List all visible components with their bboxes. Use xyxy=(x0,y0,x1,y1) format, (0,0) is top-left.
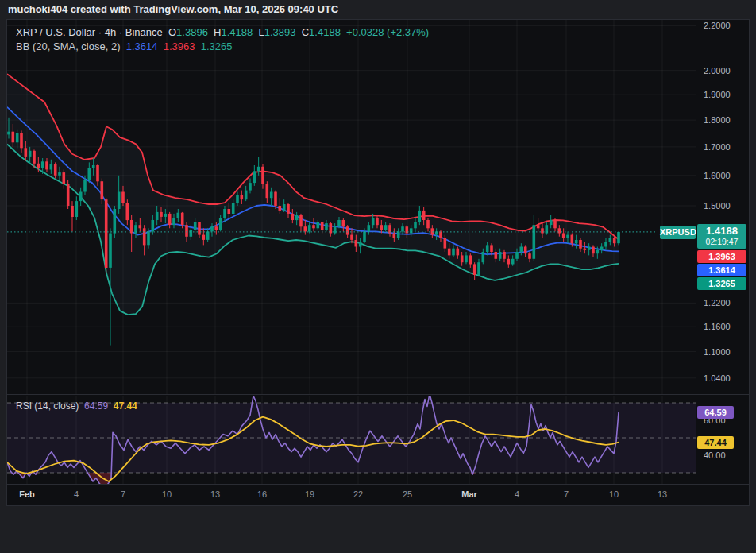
time-axis-label: 13 xyxy=(658,485,667,505)
pane-separator[interactable] xyxy=(7,394,749,395)
ohlc-low-label: L xyxy=(258,26,264,38)
time-axis-label: 10 xyxy=(162,485,172,505)
price-chart-canvas[interactable] xyxy=(7,20,696,394)
current-price-badge[interactable]: 1.4188 02:19:47 xyxy=(697,224,746,249)
attribution-text: muchoki404 created with TradingView.com,… xyxy=(8,0,338,19)
time-axis-label: 16 xyxy=(257,485,267,505)
time-axis-label: 25 xyxy=(403,485,412,505)
bb-lower-value: 1.3265 xyxy=(201,41,233,52)
time-axis[interactable]: Feb47101316192225Mar471013 xyxy=(7,484,749,505)
time-axis-label: 7 xyxy=(564,485,569,505)
ohlc-open-value: 1.3896 xyxy=(176,26,208,38)
ohlc-high-value: 1.4188 xyxy=(221,26,253,38)
ohlc-close-label: C xyxy=(302,26,309,38)
rsi-ma-badge[interactable]: 47.44 xyxy=(697,436,734,449)
bb-basis-value: 1.3614 xyxy=(126,41,158,52)
time-axis-label: Mar xyxy=(461,485,477,505)
bb-title[interactable]: BB (20, SMA, close, 2) xyxy=(16,41,121,52)
time-axis-label: 22 xyxy=(353,485,363,505)
ohlc-low-value: 1.3893 xyxy=(264,26,296,38)
bb-upper-value: 1.3963 xyxy=(164,41,195,52)
ohlc-open-label: O xyxy=(168,26,176,38)
symbol-title[interactable]: XRP / U.S. Dollar · 4h · Binance xyxy=(16,26,163,38)
time-axis-label: 4 xyxy=(74,485,79,505)
current-price-value: 1.4188 xyxy=(697,225,746,237)
time-axis-label: 19 xyxy=(305,485,314,505)
chart-frame: XRP / U.S. Dollar · 4h · Binance O1.3896… xyxy=(6,19,750,506)
time-axis-label: 13 xyxy=(210,485,220,505)
rsi-legend: RSI (14, close) 64.59 47.44 xyxy=(16,400,137,412)
time-axis-label: 4 xyxy=(515,485,519,505)
footer: TradingView xyxy=(0,506,756,553)
tradingview-snapshot: muchoki404 created with TradingView.com,… xyxy=(0,0,756,553)
bb-legend: BB (20, SMA, close, 2) 1.3614 1.3963 1.3… xyxy=(16,41,233,52)
ohlc-close-value: 1.4188 xyxy=(309,26,341,38)
bb-upper-badge[interactable]: 1.3963 xyxy=(697,250,746,263)
rsi-value: 64.59 xyxy=(84,400,108,412)
rsi-title[interactable]: RSI (14, close) xyxy=(16,400,79,412)
symbol-price-label-badge[interactable]: XRPUSD xyxy=(660,226,696,239)
time-axis-label: 10 xyxy=(609,485,619,505)
rsi-ma-value: 47.44 xyxy=(114,400,137,412)
bar-countdown: 02:19:47 xyxy=(697,237,746,247)
bb-lower-badge[interactable]: 1.3265 xyxy=(697,277,746,290)
symbol-legend: XRP / U.S. Dollar · 4h · Binance O1.3896… xyxy=(16,26,429,38)
rsi-axis-label: 40.00 xyxy=(704,449,726,462)
change-value: +0.0328 (+2.37%) xyxy=(346,26,429,38)
time-axis-label: 7 xyxy=(121,485,125,505)
bb-basis-badge[interactable]: 1.3614 xyxy=(697,264,746,276)
bollinger-bands xyxy=(7,74,619,315)
time-axis-label: Feb xyxy=(19,485,35,505)
rsi-badge[interactable]: 64.59 xyxy=(697,406,734,419)
